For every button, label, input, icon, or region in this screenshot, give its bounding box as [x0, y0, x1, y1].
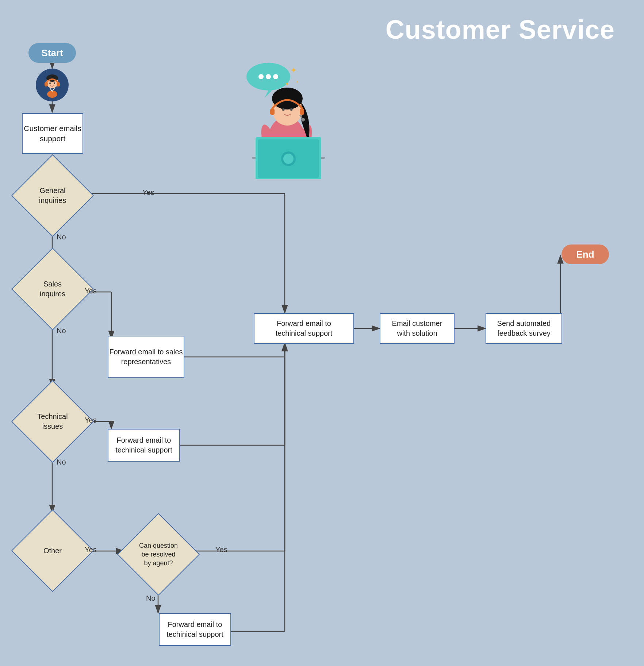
send-survey-box: Send automatedfeedback survey [486, 313, 562, 344]
svg-point-58 [290, 108, 293, 111]
svg-point-65 [283, 154, 294, 164]
svg-rect-56 [300, 108, 304, 115]
svg-point-40 [266, 74, 271, 79]
svg-point-36 [54, 82, 55, 84]
other-diamond: Other [11, 521, 94, 580]
svg-text:✦: ✦ [285, 81, 289, 87]
no-label-general: No [57, 233, 66, 241]
svg-marker-38 [265, 91, 272, 98]
yes-label-other: Yes [85, 546, 97, 554]
yes-label-general: Yes [142, 188, 154, 197]
svg-text:✦: ✦ [290, 66, 297, 75]
svg-rect-32 [45, 82, 48, 86]
svg-point-54 [272, 88, 303, 109]
general-inquiries-diamond: Generalinquiries [11, 169, 94, 223]
svg-point-60 [301, 118, 305, 122]
technical-issues-diamond: Technicalissues [11, 392, 94, 451]
forward-tech-2-box: Forward email totechinical support [108, 429, 180, 462]
can-resolve-diamond: Can questionbe resolvedby agent? [117, 525, 200, 584]
svg-point-57 [282, 108, 285, 111]
svg-point-35 [49, 82, 51, 84]
svg-text:✦: ✦ [296, 80, 299, 84]
illustration: ✦ ✦ ✦ [212, 55, 365, 179]
yes-label-tech: Yes [85, 416, 97, 424]
avatar-icon [36, 69, 69, 101]
forward-tech-3-box: Forward email totechinical support [159, 613, 231, 646]
start-node: Start [28, 43, 76, 63]
svg-rect-33 [57, 82, 60, 86]
no-label-tech: No [57, 458, 66, 466]
forward-sales-box: Forward email to salesrepresentatives [108, 336, 184, 378]
svg-point-41 [273, 74, 278, 79]
svg-rect-55 [270, 108, 275, 115]
yes-label-sales: Yes [85, 287, 97, 295]
email-customer-box: Email customerwith solution [380, 313, 455, 344]
end-node: End [561, 245, 609, 264]
yes-label-resolve: Yes [215, 546, 227, 554]
customer-emails-box: Customer emailssupport [22, 113, 83, 154]
sales-inquires-diamond: Salesinquires [11, 262, 94, 316]
forward-tech-1-box: Forward email totechinical support [254, 313, 354, 344]
page-title: Customer Service [386, 15, 615, 45]
no-label-sales: No [57, 327, 66, 335]
no-label-resolve: No [146, 594, 156, 603]
svg-point-39 [258, 74, 264, 79]
